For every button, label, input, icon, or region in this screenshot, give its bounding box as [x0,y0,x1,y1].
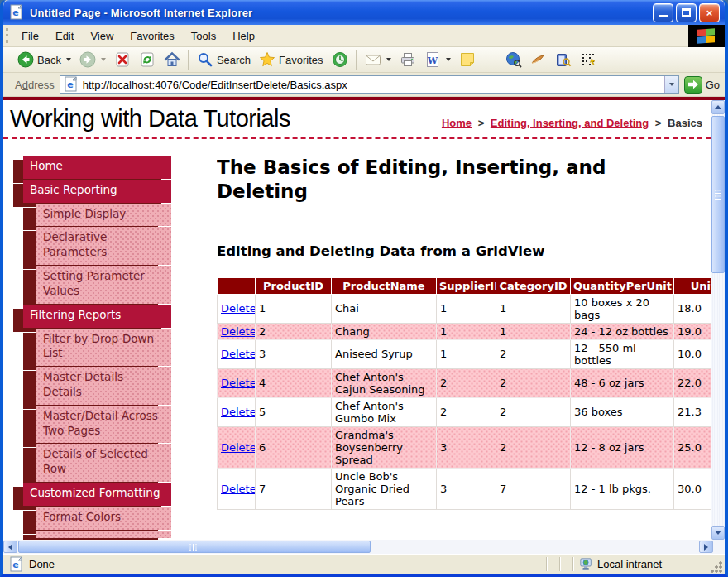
forward-button[interactable] [75,50,110,70]
back-button[interactable]: Back [13,50,75,70]
minimize-button[interactable] [653,3,673,22]
menu-edit[interactable]: Edit [47,26,82,46]
cell-category-id: 7 [496,468,571,509]
word-document-icon: W [424,51,441,68]
address-input[interactable]: e http://localhost:4076/Code/EditInsertD… [60,75,679,94]
scroll-up-button[interactable] [711,100,725,114]
sidebar-item-declarative-parameters[interactable]: Declarative Parameters [36,227,171,265]
horizontal-scrollbar[interactable] [3,540,725,554]
menu-favorites[interactable]: Favorites [122,26,182,46]
delete-link[interactable]: Delete [221,348,256,360]
home-button[interactable] [160,50,184,70]
delete-link[interactable]: Delete [221,377,256,389]
delete-link[interactable]: Delete [221,406,256,418]
breadcrumb-editing-inserting-and-deleting[interactable]: Editing, Inserting, and Deleting [491,117,649,129]
highlighter-button[interactable] [526,50,551,70]
favorites-button[interactable]: Favorites [255,50,327,70]
mail-button[interactable] [361,50,395,70]
sidebar-item-simple-display[interactable]: Simple Display [36,204,171,227]
vertical-scrollbar[interactable] [711,100,725,540]
breadcrumb-home[interactable]: Home [442,117,472,129]
mail-dropdown-icon[interactable] [386,58,391,61]
edit-dropdown-icon[interactable] [446,58,451,61]
stop-button[interactable] [110,50,135,70]
scroll-down-button[interactable] [711,526,725,540]
security-zone: Local intranet [579,558,703,570]
status-divider [572,557,574,571]
sidebar-item-filtering-reports[interactable]: Filtering Reports [23,305,171,328]
go-button[interactable]: Go [684,76,720,94]
vertical-scroll-track[interactable] [711,114,725,526]
note-icon [459,51,476,68]
refresh-button[interactable] [135,50,160,70]
search-label: Search [217,54,251,66]
table-row: Delete7Uncle Bob's Organic Dried Pears37… [218,468,711,509]
print-button[interactable] [395,50,420,70]
delete-link[interactable]: Delete [221,441,256,454]
sidebar-item-customized-formatting[interactable]: Customized Formatting [23,483,171,506]
menu-view[interactable]: View [82,26,122,46]
resize-grip[interactable] [710,560,723,574]
sidebar-item-format-colors[interactable]: Format Colors [36,507,171,530]
grid-tool-button[interactable] [576,50,601,70]
history-button[interactable] [328,50,352,70]
edit-with-word-button[interactable]: W [420,50,455,70]
sidebar-item-home[interactable]: Home [23,156,171,179]
cell-quantity-per-unit: 36 boxes [571,397,674,426]
windows-flag-icon [697,28,716,45]
sidebar-item-basic-reporting[interactable]: Basic Reporting [23,180,171,203]
arrow-right-icon [704,544,708,551]
standard-toolbar: Back [3,47,725,73]
chevron-down-icon [669,83,674,86]
vertical-scroll-thumb[interactable] [711,116,725,273]
search-button[interactable]: Search [193,50,255,70]
status-divider [546,557,548,571]
maximize-button[interactable] [676,3,697,22]
horizontal-scroll-thumb[interactable] [18,541,371,553]
cell-product-id: 5 [256,397,332,426]
address-url: http://localhost:4076/Code/EditInsertDel… [83,79,664,91]
sidebar-item-setting-parameter-values[interactable]: Setting Parameter Values [36,266,171,304]
cell-product-id: 7 [256,468,332,509]
close-button[interactable]: × [699,3,720,22]
research-button[interactable] [501,50,526,70]
address-dropdown-button[interactable] [664,76,678,93]
sidebar-item-partial[interactable] [36,531,171,538]
menubar-grip[interactable] [6,28,12,43]
breadcrumb-separator: > [475,117,487,129]
address-bar: Address e http://localhost:4076/Code/Edi… [3,73,725,97]
delete-link[interactable]: Delete [221,325,256,338]
messenger-button[interactable] [455,50,480,70]
cell-quantity-per-unit: 24 - 12 oz bottles [571,323,674,339]
cell-quantity-per-unit: 12 - 1 lb pkgs. [571,468,674,509]
globe-search-icon [505,51,522,68]
close-icon: × [706,7,713,19]
menu-help[interactable]: Help [224,26,263,46]
scroll-right-button[interactable] [699,541,713,553]
status-bar: e Done Local intranet [3,554,725,574]
sidebar-item-master-details-details[interactable]: Master-Details-Details [36,367,171,405]
mail-envelope-icon [365,51,381,68]
back-dropdown-icon[interactable] [66,58,71,61]
arrow-left-icon [8,544,12,551]
breadcrumb-basics: Basics [668,117,702,129]
cell-category-id: 2 [496,397,571,426]
forward-dropdown-icon[interactable] [101,58,106,61]
menu-file[interactable]: File [13,26,47,46]
delete-link[interactable]: Delete [221,302,256,315]
sidebar-item-master-detail-across-two-pages[interactable]: Master/Detail Across Two Pages [36,406,171,444]
svg-text:e: e [67,79,73,90]
security-zone-label: Local intranet [597,558,662,570]
go-arrow-icon [687,79,699,89]
arrow-up-icon [715,105,721,109]
menu-tools[interactable]: Tools [183,26,224,46]
window-title: Untitled Page - Microsoft Internet Explo… [30,7,650,19]
delete-link[interactable]: Delete [221,483,256,495]
site-title: Working with Data Tutorials [10,105,290,132]
scroll-left-button[interactable] [3,541,17,553]
table-row: Delete2Chang1124 - 12 oz bottles19.0 [218,323,711,339]
history-icon [332,51,348,68]
lookup-button[interactable] [551,50,576,70]
sidebar-item-filter-by-drop-down-list[interactable]: Filter by Drop-Down List [36,329,171,367]
sidebar-item-details-of-selected-row[interactable]: Details of Selected Row [36,444,171,482]
